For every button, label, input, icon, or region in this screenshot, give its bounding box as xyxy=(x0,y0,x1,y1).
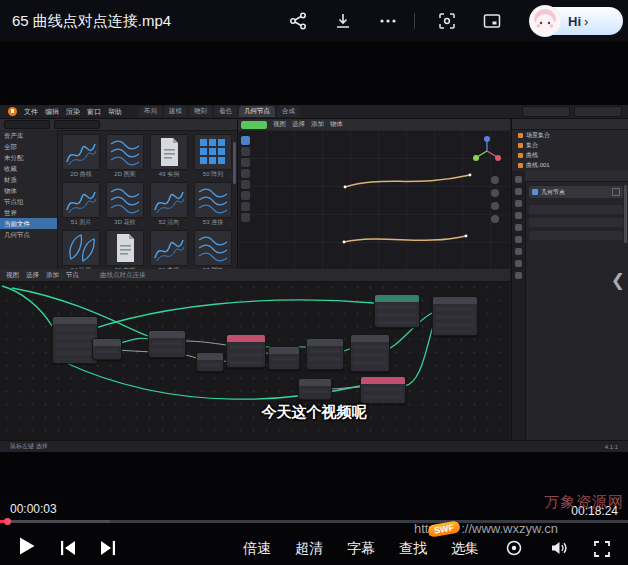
episode-panel-toggle[interactable]: ❮ xyxy=(611,270,625,291)
curve-icon xyxy=(518,163,523,168)
node xyxy=(360,376,406,404)
node xyxy=(92,338,122,360)
quality-button[interactable]: 超清 xyxy=(295,540,323,558)
asset-thumbnail: 53 连接 xyxy=(194,182,232,227)
avatar xyxy=(530,6,560,36)
curve-icon xyxy=(518,153,523,158)
asset-thumbnail: 56 曲线 xyxy=(150,230,188,269)
node-editor: 视图 选择 添加 节点 曲线点对点连接 xyxy=(0,269,510,440)
modifier-icon xyxy=(532,189,538,195)
screenshot-icon[interactable] xyxy=(437,11,457,31)
collection-icon xyxy=(518,143,523,148)
asset-thumbnail: 2D 曲线 xyxy=(62,134,100,179)
navigation-gizmo xyxy=(470,134,504,168)
mini-player-icon[interactable] xyxy=(482,11,502,31)
workspace-tab: 合成 xyxy=(277,106,300,117)
asset-thumbnail: 3D 花纹 xyxy=(106,182,144,227)
progress-loaded xyxy=(0,520,110,523)
status-hint: 鼠标左键 选择 xyxy=(10,442,48,451)
node xyxy=(374,294,420,328)
asset-thumbnail: 49 实例 xyxy=(150,134,188,179)
current-time: 00:00:03 xyxy=(10,502,57,516)
node xyxy=(432,296,478,336)
menu-item: 视图 xyxy=(6,271,19,280)
speed-button[interactable]: 倍速 xyxy=(243,540,271,558)
asset-thumbnail: 51 面片 xyxy=(62,182,100,227)
checkbox-icon xyxy=(612,188,620,196)
workspace-tab: 着色 xyxy=(214,106,237,117)
record-icon[interactable] xyxy=(505,539,523,557)
volume-button[interactable] xyxy=(549,539,569,557)
property-row xyxy=(529,231,623,240)
scrollbar xyxy=(233,142,236,184)
thumbnail-caption: 49 实例 xyxy=(150,170,188,179)
thumbnail-caption: 2D 图案 xyxy=(106,170,144,179)
subtitle-button[interactable]: 字幕 xyxy=(347,540,375,558)
collection-icon xyxy=(518,133,523,138)
node-canvas xyxy=(0,281,510,440)
video-frame[interactable]: 文件 编辑 渲染 窗口 帮助 布局 建模 雕刻 着色 几何节点 合成 资产库 全… xyxy=(0,105,628,452)
thumbnail-caption: 52 法向 xyxy=(150,218,188,227)
menu-item: 视图 xyxy=(273,120,286,129)
menu-item: 渲染 xyxy=(66,107,80,117)
more-icon[interactable] xyxy=(378,11,398,31)
status-version: 4.1.1 xyxy=(605,444,618,450)
tree-item: 资产库 xyxy=(0,130,57,141)
node xyxy=(268,346,300,370)
menu-item: 添加 xyxy=(311,120,324,129)
menu-item: 添加 xyxy=(46,271,59,280)
asset-browser: 资产库 全部 未分配 收藏 材质 物体 节点组 世界 当前文件 几何节点 2D … xyxy=(0,119,238,269)
outliner-panel: 场景集合 集合 曲线 曲线.001 xyxy=(511,119,628,171)
download-icon[interactable] xyxy=(333,11,353,31)
search-button[interactable]: 查找 xyxy=(399,540,427,558)
blender-menubar: 文件 编辑 渲染 窗口 帮助 布局 建模 雕刻 着色 几何节点 合成 xyxy=(0,105,628,119)
asset-thumbnail: 50 阵列 xyxy=(194,134,232,179)
property-row xyxy=(529,218,623,227)
modifier-chip: 几何节点 xyxy=(529,186,623,198)
share-icon[interactable] xyxy=(288,11,308,31)
menu-item: 物体 xyxy=(330,120,343,129)
node xyxy=(350,334,390,372)
tree-item: 世界 xyxy=(0,207,57,218)
watermark-url: https SWF ://www.wxzyw.cn xyxy=(414,521,558,536)
blender-logo-icon xyxy=(8,107,17,116)
asset-thumbnail: 55 文档 xyxy=(106,230,144,269)
asset-thumbnail: 2D 图案 xyxy=(106,134,144,179)
account-pill[interactable]: Hi › xyxy=(531,7,623,35)
outliner-row: 场景集合 xyxy=(512,130,628,140)
viewport-canvas xyxy=(238,130,510,269)
next-episode-button[interactable] xyxy=(98,540,118,556)
outliner-header xyxy=(512,119,628,130)
viewport-green-button xyxy=(241,121,267,129)
account-greeting: Hi xyxy=(568,14,581,29)
player-window: 65 曲线点对点连接.mp4 xyxy=(0,0,628,565)
video-title: 65 曲线点对点连接.mp4 xyxy=(12,12,171,31)
asset-catalog-tree: 资产库 全部 未分配 收藏 材质 物体 节点组 世界 当前文件 几何节点 xyxy=(0,130,58,269)
thumbnail-caption: 51 面片 xyxy=(62,218,100,227)
node xyxy=(196,352,224,372)
node xyxy=(306,338,344,370)
workspace-tabs: 布局 建模 雕刻 着色 几何节点 合成 xyxy=(139,106,300,117)
asset-thumbnail: 52 法向 xyxy=(150,182,188,227)
fullscreen-button[interactable] xyxy=(592,539,612,559)
previous-episode-button[interactable] xyxy=(58,540,78,556)
tree-item: 收藏 xyxy=(0,163,57,174)
asset-thumbnail: 54 叶形 xyxy=(62,230,100,269)
topbar-divider xyxy=(414,13,415,29)
tree-item: 材质 xyxy=(0,174,57,185)
modifier-name: 几何节点 xyxy=(541,188,565,197)
thumbnail-caption: 2D 曲线 xyxy=(62,170,100,179)
menu-item: 文件 xyxy=(24,107,38,117)
progress-handle[interactable] xyxy=(4,518,11,525)
outliner-row: 曲线 xyxy=(512,150,628,160)
menu-item: 选择 xyxy=(26,271,39,280)
tree-item: 全部 xyxy=(0,141,57,152)
menu-item: 帮助 xyxy=(108,107,122,117)
tree-item: 节点组 xyxy=(0,196,57,207)
node xyxy=(298,378,332,400)
scrollbar xyxy=(624,185,627,243)
episodes-button[interactable]: 选集 xyxy=(451,540,479,558)
asset-grid: 2D 曲线 2D 图案 49 实例 50 阵列 51 面片 3D 花纹 xyxy=(58,130,237,269)
play-button[interactable] xyxy=(18,536,36,556)
menu-item: 选择 xyxy=(292,120,305,129)
